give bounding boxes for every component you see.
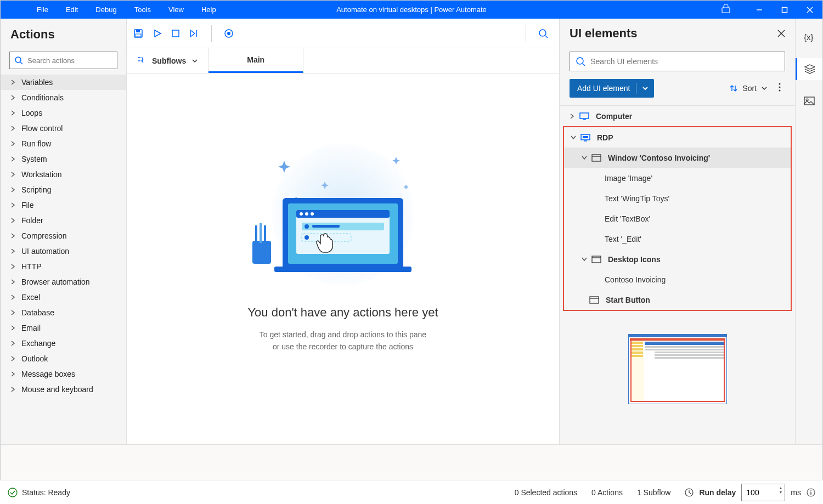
tree-text-edit[interactable]: Text '_Edit' [564, 229, 791, 249]
svg-text:{x}: {x} [804, 32, 814, 42]
actions-search-input[interactable] [23, 56, 112, 65]
actions-title: Actions [1, 19, 126, 47]
save-icon[interactable] [133, 29, 143, 38]
action-messageboxes[interactable]: Message boxes [1, 366, 126, 382]
action-mousekeyboard[interactable]: Mouse and keyboard [1, 382, 126, 397]
tree-text-wingtip[interactable]: Text 'WingTip Toys' [564, 188, 791, 208]
info-icon[interactable] [807, 488, 815, 497]
svg-point-31 [305, 224, 309, 229]
monitor-icon [579, 112, 589, 120]
action-exchange[interactable]: Exchange [1, 336, 126, 351]
maximize-button[interactable] [772, 1, 797, 19]
tree-contoso-invoicing[interactable]: Contoso Invoicing [564, 269, 791, 290]
svg-point-28 [305, 212, 308, 216]
svg-point-34 [305, 235, 309, 240]
window-icon [591, 256, 601, 263]
clock-icon [685, 488, 694, 497]
action-email[interactable]: Email [1, 320, 126, 336]
action-loops[interactable]: Loops [1, 105, 126, 121]
record-icon[interactable] [224, 29, 234, 38]
tree-rdp[interactable]: RDP [564, 127, 791, 148]
org-icon[interactable] [716, 4, 736, 15]
svg-rect-26 [296, 210, 390, 218]
action-compression[interactable]: Compression [1, 228, 126, 243]
action-outlook[interactable]: Outlook [1, 351, 126, 366]
menu-view[interactable]: View [160, 5, 193, 14]
svg-rect-32 [312, 225, 340, 228]
stop-icon[interactable] [172, 30, 179, 37]
images-rail-icon[interactable] [796, 90, 823, 112]
ui-search-input[interactable] [585, 57, 779, 66]
chevron-down-icon [761, 85, 768, 92]
close-icon[interactable] [777, 30, 785, 37]
minimize-button[interactable] [747, 1, 772, 19]
run-delay-control: Run delay ▲▼ ms [685, 484, 815, 501]
tree-start-button[interactable]: Start Button [564, 290, 791, 310]
action-runflow[interactable]: Run flow [1, 136, 126, 151]
svg-point-17 [404, 185, 408, 189]
step-icon[interactable] [189, 29, 199, 38]
menu-debug[interactable]: Debug [87, 5, 125, 14]
svg-rect-48 [592, 155, 601, 161]
action-system[interactable]: System [1, 151, 126, 167]
action-http[interactable]: HTTP [1, 259, 126, 274]
tab-main[interactable]: Main [208, 48, 303, 73]
empty-title: You don't have any actions here yet [247, 305, 438, 320]
subflows-button[interactable]: Subflows [127, 48, 208, 73]
subflows-count: 1 Subflow [637, 488, 670, 497]
svg-line-15 [545, 36, 548, 38]
action-excel[interactable]: Excel [1, 290, 126, 305]
action-database[interactable]: Database [1, 305, 126, 320]
ui-toolbar: Add UI element Sort [560, 79, 795, 105]
action-variables[interactable]: Variables [1, 75, 126, 90]
play-icon[interactable] [153, 29, 162, 38]
delay-spinner[interactable]: ▲▼ [779, 486, 782, 495]
variables-rail-icon[interactable]: {x} [796, 26, 823, 48]
ui-tree: Computer RDP Window 'Contoso Invoicing' … [560, 105, 795, 318]
svg-rect-20 [255, 225, 257, 243]
tree-computer[interactable]: Computer [560, 106, 795, 126]
action-folder[interactable]: Folder [1, 213, 126, 228]
action-browserautomation[interactable]: Browser automation [1, 274, 126, 290]
main-layout: Actions Variables Conditionals Loops Flo… [1, 19, 822, 444]
ui-elements-rail-icon[interactable] [796, 58, 823, 80]
svg-rect-46 [583, 136, 588, 138]
sort-button[interactable]: Sort [729, 84, 768, 93]
more-button[interactable] [774, 83, 785, 94]
add-ui-element-button[interactable]: Add UI element [570, 79, 654, 98]
tree-image-image[interactable]: Image 'Image' [564, 168, 791, 188]
titlebar: File Edit Debug Tools View Help Automate… [1, 1, 822, 19]
menu-file[interactable]: File [28, 5, 57, 14]
svg-rect-50 [592, 256, 601, 263]
selected-actions-count: 0 Selected actions [515, 488, 577, 497]
action-scripting[interactable]: Scripting [1, 182, 126, 197]
window-title: Automate on virtual desktops | Power Aut… [336, 5, 487, 14]
search-icon[interactable] [538, 29, 548, 38]
menu-tools[interactable]: Tools [126, 5, 160, 14]
tree-desktop-icons[interactable]: Desktop Icons [564, 249, 791, 269]
menu-help[interactable]: Help [193, 5, 225, 14]
action-file[interactable]: File [1, 197, 126, 213]
svg-rect-0 [722, 8, 730, 13]
empty-illustration [250, 143, 436, 286]
svg-point-14 [539, 30, 546, 36]
tree-edit-textbox[interactable]: Edit 'TextBox' [564, 208, 791, 229]
chevron-down-icon [642, 85, 649, 92]
window-icon [589, 296, 599, 304]
ui-search[interactable] [570, 52, 785, 71]
empty-state: You don't have any actions here yet To g… [127, 73, 559, 444]
actions-list: Variables Conditionals Loops Flow contro… [1, 75, 126, 444]
action-flowcontrol[interactable]: Flow control [1, 121, 126, 136]
menu-edit[interactable]: Edit [57, 5, 87, 14]
action-conditionals[interactable]: Conditionals [1, 90, 126, 105]
image-icon [804, 97, 815, 105]
actions-search[interactable] [9, 52, 117, 69]
action-uiautomation[interactable]: UI automation [1, 243, 126, 259]
highlighted-tree-section: RDP Window 'Contoso Invoicing' Image 'Im… [563, 126, 792, 311]
action-workstation[interactable]: Workstation [1, 167, 126, 182]
window-icon [591, 154, 601, 162]
close-button[interactable] [797, 1, 822, 19]
tree-window-contoso[interactable]: Window 'Contoso Invoicing' [564, 148, 791, 168]
status-ready: Status: Ready [8, 488, 70, 497]
svg-point-40 [779, 83, 781, 85]
